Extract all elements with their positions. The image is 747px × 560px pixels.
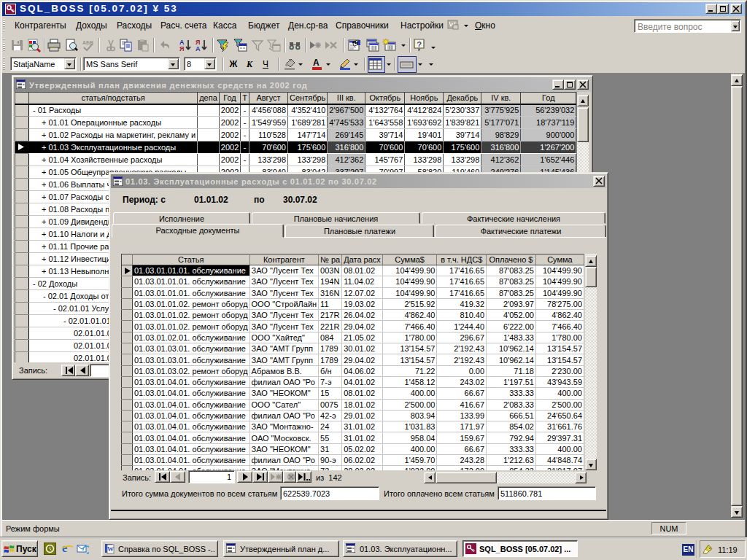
svg-text:А: А: [196, 45, 201, 52]
svg-text:?: ?: [417, 40, 422, 49]
svg-text:Я: Я: [179, 45, 184, 52]
svg-text:W: W: [107, 545, 114, 553]
svg-text:А: А: [313, 58, 320, 68]
